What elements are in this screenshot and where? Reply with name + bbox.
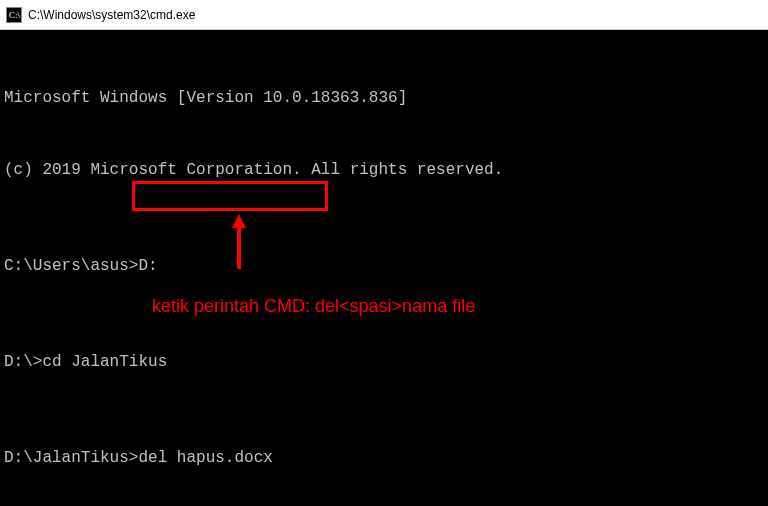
terminal-line: (c) 2019 Microsoft Corporation. All righ…	[4, 158, 764, 182]
terminal-line: Microsoft Windows [Version 10.0.18363.83…	[4, 86, 764, 110]
window-title: C:\Windows\system32\cmd.exe	[28, 8, 195, 22]
terminal-line: C:\Users\asus>D:	[4, 254, 764, 278]
cmd-icon: C:\	[6, 7, 22, 23]
command: del hapus.docx	[138, 449, 272, 467]
command: cd JalanTikus	[42, 353, 167, 371]
command: D:	[138, 257, 157, 275]
svg-text:C:\: C:\	[9, 10, 21, 20]
terminal-line: D:\>cd JalanTikus	[4, 350, 764, 374]
prompt: C:\Users\asus>	[4, 257, 138, 275]
terminal-line: D:\JalanTikus>del hapus.docx	[4, 446, 764, 470]
prompt: D:\JalanTikus>	[4, 449, 138, 467]
terminal-area[interactable]: Microsoft Windows [Version 10.0.18363.83…	[0, 30, 768, 506]
prompt: D:\>	[4, 353, 42, 371]
window-titlebar[interactable]: C:\ C:\Windows\system32\cmd.exe	[0, 0, 768, 30]
